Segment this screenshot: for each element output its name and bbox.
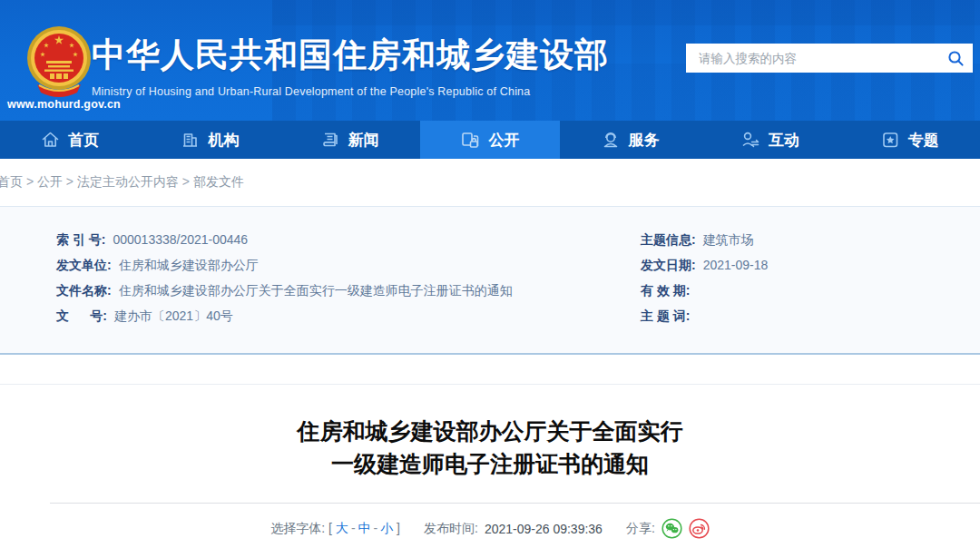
document-meta-panel: 索 引 号: 000013338/2021-00446 发文单位: 住房和城乡建… xyxy=(0,206,980,355)
document-title: 住房和城乡建设部办公厅关于全面实行 一级建造师电子注册证书的通知 xyxy=(0,415,980,480)
meta-row-issue-date: 发文日期: 2021-09-18 xyxy=(641,259,980,272)
footer-divider xyxy=(50,503,980,504)
meta-value: 住房和城乡建设部办公厅关于全面实行一级建造师电子注册证书的通知 xyxy=(119,284,513,298)
meta-value: 建办市〔2021〕40号 xyxy=(114,309,233,323)
publish-time-value: 2021-09-26 09:39:36 xyxy=(485,522,603,536)
font-size-small-button[interactable]: 小 xyxy=(380,521,393,535)
meta-row-doc-name: 文件名称: 住房和城乡建设部办公厅关于全面实行一级建造师电子注册证书的通知 xyxy=(56,284,635,298)
dash: - xyxy=(348,521,358,535)
nav-item-label: 公开 xyxy=(488,130,519,151)
share-label: 分享: xyxy=(626,521,655,537)
meta-value: 建筑市场 xyxy=(703,233,754,247)
publish-time-label: 发布时间: xyxy=(424,521,478,537)
interaction-icon xyxy=(740,131,760,149)
meta-row-issuing-unit: 发文单位: 住房和城乡建设部办公厅 xyxy=(56,259,635,272)
meta-row-doc-number: 文 号: 建办市〔2021〕40号 xyxy=(56,309,635,323)
document-title-line2: 一级建造师电子注册证书的通知 xyxy=(0,447,980,480)
nav-item-label: 专题 xyxy=(908,130,939,151)
search-icon[interactable] xyxy=(938,44,973,73)
breadcrumb-separator: > xyxy=(63,174,77,189)
meta-label: 有 效 期: xyxy=(641,284,690,298)
meta-label: 文件名称: xyxy=(56,284,112,298)
star-topic-icon xyxy=(881,131,900,149)
wechat-icon[interactable] xyxy=(662,518,682,539)
nav-item-interaction[interactable]: 互动 xyxy=(700,121,839,159)
search-input[interactable] xyxy=(686,44,938,73)
nav-item-home[interactable]: 首页 xyxy=(0,121,140,159)
nav-item-label: 服务 xyxy=(629,130,660,151)
meta-row-topic-info: 主题信息: 建筑市场 xyxy=(641,233,980,247)
nav-item-org[interactable]: 机构 xyxy=(140,121,279,159)
document-title-line1: 住房和城乡建设部办公厅关于全面实行 xyxy=(0,415,980,447)
breadcrumb-item-ministry-docs[interactable]: 部发文件 xyxy=(193,174,244,189)
breadcrumb-item-home[interactable]: 首页 xyxy=(0,174,23,189)
nav-item-label: 机构 xyxy=(208,130,239,151)
meta-label: 索 引 号: xyxy=(56,233,105,247)
font-size-large-button[interactable]: 大 xyxy=(336,521,348,535)
meta-value: 2021-09-18 xyxy=(703,259,769,272)
meta-label: 主题信息: xyxy=(641,233,696,247)
dash: - xyxy=(371,521,381,535)
font-size-medium-button[interactable]: 中 xyxy=(358,521,371,535)
site-url: www.mohurd.gov.cn xyxy=(7,98,121,111)
nav-item-label: 互动 xyxy=(769,130,799,151)
meta-label: 发文日期: xyxy=(641,259,696,272)
section-divider xyxy=(0,355,980,385)
meta-value: 000013338/2021-00446 xyxy=(113,233,248,247)
main-nav: 首页 机构 新闻 公开 服务 互动 专题 xyxy=(0,121,980,159)
search-box xyxy=(686,44,973,73)
meta-row-keywords: 主 题 词: xyxy=(641,309,980,323)
article-toolbar: 选择字体: [ 大-中-小 ] 发布时间: 2021-09-26 09:39:3… xyxy=(0,518,980,539)
breadcrumb-separator: > xyxy=(23,174,37,189)
breadcrumb-item-open[interactable]: 公开 xyxy=(37,174,63,189)
nav-item-services[interactable]: 服务 xyxy=(560,121,700,159)
national-emblem-logo xyxy=(24,24,93,97)
building-icon xyxy=(181,131,200,149)
bracket-open: [ xyxy=(328,521,332,535)
font-select-label: 选择字体: xyxy=(270,521,325,537)
nav-item-news[interactable]: 新闻 xyxy=(280,121,420,159)
news-icon xyxy=(321,131,340,149)
weibo-icon[interactable] xyxy=(689,518,710,539)
breadcrumb-separator: > xyxy=(179,174,193,189)
nav-item-open-info[interactable]: 公开 xyxy=(420,121,560,159)
home-icon xyxy=(41,131,60,149)
documents-lock-icon xyxy=(460,131,480,150)
breadcrumb-bar: 首页 > 公开 > 法定主动公开内容 > 部发文件 xyxy=(0,159,980,206)
meta-label: 文 号: xyxy=(56,309,107,323)
bracket-close: ] xyxy=(397,521,400,535)
site-header: www.mohurd.gov.cn 中华人民共和国住房和城乡建设部 Minist… xyxy=(0,0,980,121)
service-person-icon xyxy=(601,131,621,149)
meta-row-validity: 有 效 期: xyxy=(641,284,980,298)
meta-label: 发文单位: xyxy=(56,259,112,272)
breadcrumb-item-statutory[interactable]: 法定主动公开内容 xyxy=(77,174,179,189)
nav-item-label: 首页 xyxy=(68,130,99,151)
nav-item-label: 新闻 xyxy=(348,130,379,151)
site-subtitle: Ministry of Housing and Urban-Rural Deve… xyxy=(92,85,609,98)
nav-item-topics[interactable]: 专题 xyxy=(840,121,980,159)
site-title: 中华人民共和国住房和城乡建设部 xyxy=(92,33,609,78)
breadcrumb: 首页 > 公开 > 法定主动公开内容 > 部发文件 xyxy=(0,174,244,191)
meta-row-index-no: 索 引 号: 000013338/2021-00446 xyxy=(56,233,635,247)
meta-value: 住房和城乡建设部办公厅 xyxy=(119,259,259,272)
meta-label: 主 题 词: xyxy=(641,309,690,323)
